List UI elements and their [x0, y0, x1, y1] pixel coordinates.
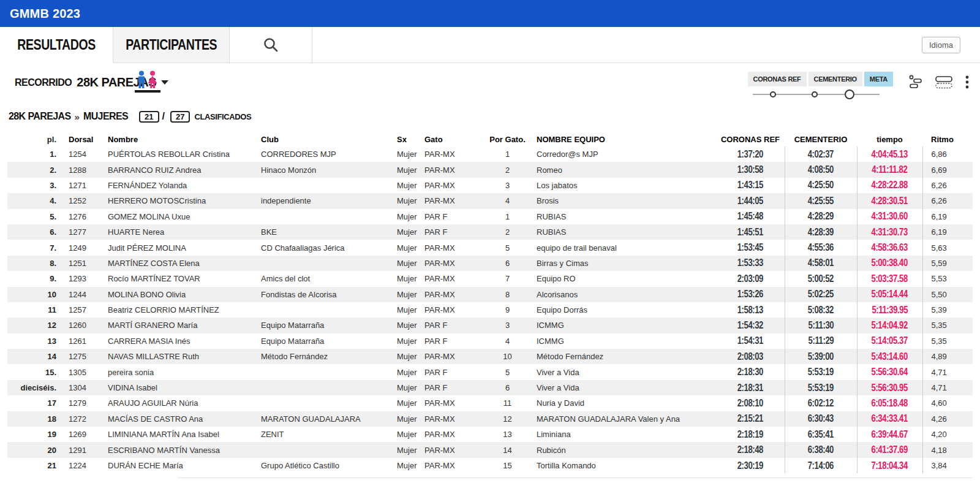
slider-dot-cementerio[interactable]: [812, 91, 818, 97]
header-sx[interactable]: Sx: [397, 132, 424, 147]
table-row[interactable]: 1. 1254 PUÉRTOLAS REBOLLAR Cristina CORR…: [7, 147, 973, 162]
tab-resultados[interactable]: RESULTADOS: [0, 27, 113, 63]
table-row[interactable]: dieciséis. 1304 VIDINA Isabel Mujer PAR …: [7, 380, 973, 395]
cell-cementerio: 5:53:19: [785, 380, 857, 395]
cell-tiempo: 6:39:44.67: [857, 427, 922, 442]
checkpoint-group: CORONAS REF CEMENTERIO META: [748, 72, 893, 102]
table-row[interactable]: 5. 1276 GOMEZ MOLINA Uxue Mujer PAR F 1 …: [7, 209, 973, 224]
table-row[interactable]: 7. 1249 Judit PÉREZ MOLINA CD Chafaaliag…: [7, 240, 973, 255]
slider-dot-meta[interactable]: [845, 89, 854, 99]
search-button[interactable]: [230, 27, 312, 63]
cell-dorsal: 1288: [60, 162, 107, 177]
header-por-gato[interactable]: Por Gato.: [478, 132, 537, 147]
cell-gato: PAR-MX: [424, 427, 478, 442]
cell-dorsal: 1271: [60, 178, 107, 193]
tab-participantes[interactable]: PARTICIPANTES: [113, 27, 230, 63]
checkpoint-meta-button[interactable]: META: [864, 72, 893, 86]
cell-pl: 1.: [7, 147, 60, 162]
table-row[interactable]: 18 1272 MACÍAS DE CASTRO Ana MARATON GUA…: [7, 411, 973, 427]
table-row[interactable]: 20 1291 ESCRIBANO MARTÍN Vanessa Mujer P…: [7, 442, 973, 457]
cell-cementerio: 5:53:19: [785, 364, 857, 379]
more-options-button[interactable]: [965, 75, 969, 89]
cell-coronas-ref: 2:08:03: [716, 349, 785, 364]
table-row[interactable]: 10 1244 MOLINA BONO Olivia Fondistas de …: [7, 287, 973, 302]
header-club[interactable]: Club: [261, 132, 397, 147]
cell-gato: PAR-MX: [424, 395, 478, 411]
grouping-button[interactable]: [909, 75, 922, 89]
rows-toggle-button[interactable]: [935, 75, 953, 89]
header-tiempo[interactable]: tiempo: [857, 132, 922, 147]
cell-nombre: DURÁN ECHE María: [107, 458, 261, 473]
footer-divider: [178, 478, 973, 478]
cell-gato: PAR-MX: [424, 442, 478, 457]
cell-club: ZENIT: [261, 427, 397, 442]
cell-gato: PAR-MX: [424, 458, 478, 473]
cell-dorsal: 1244: [60, 287, 107, 302]
checkpoint-coronas-ref-button[interactable]: CORONAS REF: [748, 72, 807, 86]
cell-club: Método Fernández: [261, 349, 397, 364]
table-row[interactable]: 14 1275 NAVAS MILLASTRE Ruth Método Fern…: [7, 349, 973, 364]
table-row[interactable]: 11 1257 Beatriz CELORRIO MARTÍNEZ Mujer …: [7, 302, 973, 318]
cell-tiempo: 4:28:22.88: [857, 178, 922, 193]
table-row[interactable]: 6. 1277 HUARTE Nerea BKE Mujer PAR F 2 R…: [7, 224, 973, 240]
cell-pl: 2.: [7, 162, 60, 177]
header-ritmo[interactable]: Ritmo: [922, 132, 973, 147]
cell-por-gato: 5: [478, 240, 537, 255]
cell-pl: 5.: [7, 209, 60, 224]
cell-tiempo: 5:03:37.58: [857, 271, 922, 286]
header-nombre-equipo[interactable]: NOMBRE EQUIPO: [537, 132, 716, 147]
cell-coronas-ref: 1:37:20: [716, 147, 785, 162]
cell-por-gato: 2: [478, 224, 537, 240]
slider-dot-coronas-ref[interactable]: [770, 91, 776, 97]
gender-filter-women[interactable]: [135, 70, 160, 93]
cell-por-gato: 3: [478, 318, 537, 333]
header-nombre[interactable]: Nombre: [107, 132, 261, 147]
header-coronas-ref[interactable]: CORONAS REF: [716, 132, 785, 147]
cell-sx: Mujer: [397, 333, 424, 349]
cell-sx: Mujer: [397, 380, 424, 395]
cell-cementerio: 4:58:01: [785, 256, 857, 271]
table-row[interactable]: 13 1261 CARRERA MASIA Inés Equipo Matarr…: [7, 333, 973, 349]
cell-gato: PAR-MX: [424, 193, 478, 208]
chevron-down-icon: [161, 80, 168, 85]
cell-nombre-equipo: Romeo: [537, 162, 716, 177]
cell-gato: PAR-MX: [424, 240, 478, 255]
table-row[interactable]: 12 1260 MARTÍ GRANERO María Equipo Matar…: [7, 318, 973, 333]
language-button[interactable]: Idioma: [922, 37, 960, 53]
cell-por-gato: 9: [478, 302, 537, 318]
cell-gato: PAR F: [424, 364, 478, 379]
cell-club: independiente: [261, 193, 397, 208]
table-row[interactable]: 8. 1251 MARTÍNEZ COSTA Elena Mujer PAR-M…: [7, 256, 973, 271]
cell-pl: 20: [7, 442, 60, 457]
cell-tiempo: 6:05:18.48: [857, 395, 922, 411]
app-title: GMMB 2023: [10, 7, 80, 21]
table-row[interactable]: 4. 1252 HERRERO MOTOSCristina independie…: [7, 193, 973, 208]
header-cementerio[interactable]: CEMENTERIO: [785, 132, 857, 147]
checkpoint-slider[interactable]: [748, 88, 893, 102]
cell-ritmo: 6,69: [922, 162, 973, 177]
table-row[interactable]: 15. 1305 pereira sonia Mujer PAR F 5 Viv…: [7, 364, 973, 379]
header-gato[interactable]: Gato: [424, 132, 478, 147]
table-row[interactable]: 2. 1288 BARRANCO RUIZ Andrea Hinaco Monz…: [7, 162, 973, 177]
results-table-header: pl. Dorsal Nombre Club Sx Gato Por Gato.…: [7, 132, 973, 147]
header-dorsal[interactable]: Dorsal: [60, 132, 107, 147]
cell-gato: PAR-MX: [424, 256, 478, 271]
cell-pl: 17: [7, 395, 60, 411]
cell-coronas-ref: 2:08:10: [716, 395, 785, 411]
table-row[interactable]: 3. 1271 FERNÁNDEZ Yolanda Mujer PAR-MX 3…: [7, 178, 973, 193]
cell-nombre-equipo: RUBIAS: [537, 224, 716, 240]
table-row[interactable]: 17 1279 ARAUJO AGUILAR Núria Mujer PAR-M…: [7, 395, 973, 411]
cell-nombre: VIDINA Isabel: [107, 380, 261, 395]
cell-nombre: MACÍAS DE CASTRO Ana: [107, 411, 261, 427]
cell-club: Fondistas de Alcorisa: [261, 287, 397, 302]
breadcrumb-separator: »: [75, 112, 80, 122]
checkpoint-cementerio-button[interactable]: CEMENTERIO: [809, 72, 862, 86]
cell-por-gato: 4: [478, 193, 537, 208]
cell-por-gato: 6: [478, 380, 537, 395]
table-row[interactable]: 21 1224 DURÁN ECHE María Grupo Atlético …: [7, 458, 973, 473]
tab-participantes-label: PARTICIPANTES: [126, 37, 217, 53]
header-pl[interactable]: pl.: [7, 132, 60, 147]
cell-gato: PAR F: [424, 209, 478, 224]
table-row[interactable]: 9. 1293 Rocío MARTÍNEZ TOVAR Amics del c…: [7, 271, 973, 286]
table-row[interactable]: 19 1269 LIMINIANA MARTÍN Ana Isabel ZENI…: [7, 427, 973, 442]
